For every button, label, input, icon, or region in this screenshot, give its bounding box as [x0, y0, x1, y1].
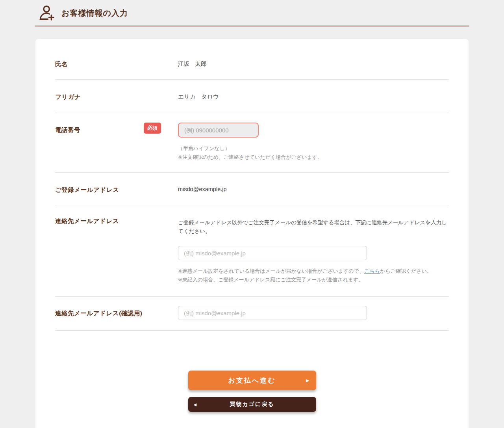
spam-note: ※迷惑メール設定をされている場合はメールが届かない場合がございますので、こちらか… [178, 267, 449, 275]
furigana-label: フリガナ [55, 93, 178, 101]
proceed-to-payment-button[interactable]: お支払へ進む ▶ [188, 370, 316, 390]
contact-email-confirm-cell [178, 306, 449, 320]
arrow-right-icon: ▶ [306, 378, 309, 383]
spam-note-text-after: からご確認ください。 [380, 268, 432, 274]
contact-email-input-wrap [178, 246, 449, 260]
row-registered-email: ご登録メールアドレス misdo@example.jp [55, 173, 449, 205]
contact-email-description: ご登録メールアドレス以外でご注文完了メールの受信を希望する場合は、下記に連絡先メ… [178, 217, 449, 236]
spam-settings-link[interactable]: こちら [364, 268, 380, 274]
name-label: 氏名 [55, 60, 178, 69]
row-name: 氏名 江坂 太郎 [55, 47, 449, 80]
phone-notes: （半角ハイフンなし） ※注文確認のため、ご連絡させていただく場合がございます。 [178, 144, 449, 162]
contact-email-notes: ※迷惑メール設定をされている場合はメールが届かない場合がございますので、こちらか… [178, 267, 449, 284]
page-title: お客様情報の入力 [61, 8, 128, 19]
phone-field-cell: （半角ハイフンなし） ※注文確認のため、ご連絡させていただく場合がございます。 [178, 123, 449, 162]
row-contact-email-confirm: 連絡先メールアドレス(確認用) [55, 297, 449, 331]
proceed-button-label: お支払へ進む [228, 376, 276, 385]
registered-email-value: misdo@example.jp [178, 186, 449, 194]
contact-email-cell: ご登録メールアドレス以外でご注文完了メールの受信を希望する場合は、下記に連絡先メ… [178, 217, 449, 284]
row-phone: 電話番号 必須 （半角ハイフンなし） ※注文確認のため、ご連絡させていただく場合… [55, 112, 449, 173]
registered-email-label: ご登録メールアドレス [55, 186, 178, 194]
form-actions: お支払へ進む ▶ ◀ 買物カゴに戻る [55, 370, 449, 412]
phone-note-format: （半角ハイフンなし） [178, 144, 449, 153]
blank-note: ※未記入の場合、ご登録メールアドレス宛にご注文完了メールが送信されます。 [178, 275, 449, 284]
row-furigana: フリガナ エサカ タロウ [55, 80, 449, 112]
back-to-cart-button[interactable]: ◀ 買物カゴに戻る [188, 397, 316, 412]
arrow-left-icon: ◀ [194, 402, 197, 407]
customer-info-card: 氏名 江坂 太郎 フリガナ エサカ タロウ 電話番号 必須 （半角ハイフンなし）… [35, 39, 469, 428]
page-header: お客様情報の入力 [35, 0, 469, 26]
back-button-label: 買物カゴに戻る [230, 401, 274, 408]
spam-note-text-before: ※迷惑メール設定をされている場合はメールが届かない場合がございますので、 [178, 268, 364, 274]
person-add-icon [39, 5, 55, 21]
row-contact-email: 連絡先メールアドレス ご登録メールアドレス以外でご注文完了メールの受信を希望する… [55, 205, 449, 297]
phone-input[interactable] [178, 123, 259, 138]
contact-email-label: 連絡先メールアドレス [55, 217, 178, 284]
phone-note-contact: ※注文確認のため、ご連絡させていただく場合がございます。 [178, 153, 449, 162]
phone-label-cell: 電話番号 必須 [55, 123, 178, 162]
name-value: 江坂 太郎 [178, 60, 449, 69]
contact-email-confirm-input[interactable] [178, 306, 367, 320]
contact-email-confirm-label: 連絡先メールアドレス(確認用) [55, 306, 178, 320]
furigana-value: エサカ タロウ [178, 93, 449, 101]
phone-label: 電話番号 [55, 123, 80, 134]
contact-email-input[interactable] [178, 246, 367, 260]
required-badge: 必須 [144, 123, 161, 134]
